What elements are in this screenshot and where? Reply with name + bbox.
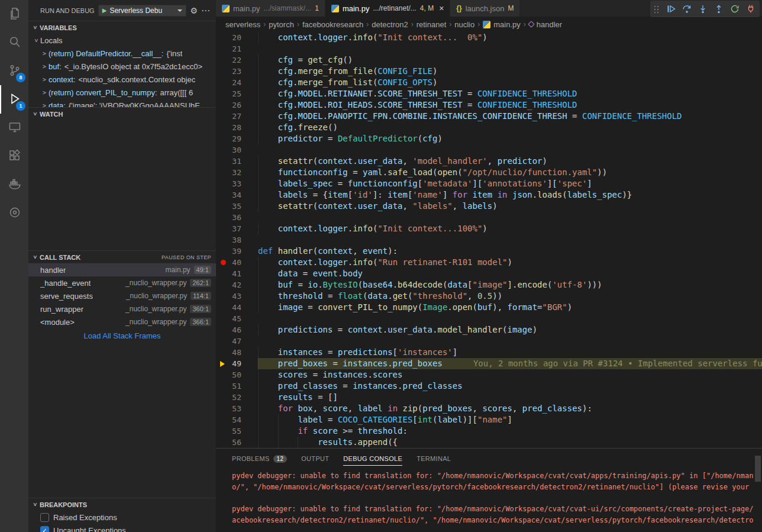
code-line[interactable]: 46 predictions = context.user_data.model… <box>216 324 762 336</box>
editor-gutter[interactable]: 46 <box>216 324 258 336</box>
editor-gutter[interactable]: 40 <box>216 257 258 268</box>
variable-row[interactable]: >context:<nuclio_sdk.context.Context obj… <box>28 73 216 86</box>
disconnect-button[interactable] <box>745 4 756 14</box>
code-line[interactable]: 28 cfg.freeze() <box>216 122 762 133</box>
editor-gutter[interactable]: 51 <box>216 381 258 392</box>
code-content[interactable]: setattr(context.user_data, 'model_handle… <box>258 156 762 167</box>
code-line[interactable]: 41 data = event.body <box>216 268 762 279</box>
code-line[interactable]: 29 predictor = DefaultPredictor(cfg) <box>216 133 762 144</box>
code-content[interactable]: scores = instances.scores <box>258 369 762 381</box>
breadcrumb-item[interactable]: facebookresearch <box>302 20 363 29</box>
variables-section-header[interactable]: > VARIABLES <box>28 21 216 34</box>
editor-gutter[interactable]: 26 <box>216 99 258 111</box>
code-line[interactable]: 25 cfg.MODEL.RETINANET.SCORE_THRESH_TEST… <box>216 88 762 99</box>
editor-gutter[interactable]: 35 <box>216 201 258 212</box>
code-line[interactable]: 23 cfg.merge_from_file(CONFIG_FILE) <box>216 66 762 77</box>
editor-gutter[interactable]: 42 <box>216 279 258 291</box>
code-content[interactable]: context.logger.info("Run retinanet-R101 … <box>258 257 762 268</box>
editor-gutter[interactable]: 48 <box>216 347 258 358</box>
editor-gutter[interactable]: 56 <box>216 437 258 448</box>
code-line[interactable]: 27 cfg.MODEL.PANOPTIC_FPN.COMBINE.INSTAN… <box>216 111 762 122</box>
code-content[interactable] <box>258 336 762 347</box>
code-line[interactable]: 52 results = [] <box>216 392 762 403</box>
breakpoint-option-row[interactable]: Raised Exceptions <box>28 511 216 524</box>
activity-item-docker[interactable] <box>0 170 28 199</box>
activity-item-source-control[interactable]: 8 <box>0 57 28 85</box>
editor-gutter[interactable]: 45 <box>216 313 258 324</box>
editor-gutter[interactable]: 31 <box>216 156 258 167</box>
breakpoints-section-header[interactable]: > BREAKPOINTS <box>28 498 216 511</box>
panel-tab-terminal[interactable]: TERMINAL <box>416 453 451 466</box>
checkbox[interactable] <box>40 513 49 522</box>
code-line[interactable]: 34 labels = {item['id']: item['name'] fo… <box>216 189 762 201</box>
code-content[interactable]: data = event.body <box>258 268 762 279</box>
editor-gutter[interactable]: 39 <box>216 246 258 257</box>
code-content[interactable]: cfg = get_cfg() <box>258 54 762 66</box>
code-line[interactable]: 21 <box>216 43 762 54</box>
breadcrumb-item[interactable]: detectron2 <box>372 20 408 29</box>
editor-gutter[interactable]: 24 <box>216 77 258 88</box>
editor-gutter[interactable]: 38 <box>216 234 258 246</box>
variable-row[interactable]: >(return) convert_PIL_to_numpy:array([[[… <box>28 86 216 99</box>
code-line[interactable]: 50 scores = instances.scores <box>216 369 762 381</box>
variable-row[interactable]: >buf:<_io.BytesIO object at 0x7f5a2dc1ec… <box>28 60 216 73</box>
code-line[interactable]: 48 instances = predictions['instances'] <box>216 347 762 358</box>
editor-gutter[interactable]: 29 <box>216 133 258 144</box>
code-content[interactable]: pred_boxes = instances.pred_boxesYou, 2 … <box>258 358 762 369</box>
panel-tab-problems[interactable]: PROBLEMS12 <box>232 453 287 466</box>
editor-gutter[interactable]: 28 <box>216 122 258 133</box>
editor-gutter[interactable]: 50 <box>216 369 258 381</box>
code-line[interactable]: 32 functionconfig = yaml.safe_load(open(… <box>216 167 762 178</box>
code-content[interactable]: labels_spec = functionconfig['metadata']… <box>258 178 762 189</box>
code-content[interactable]: for box, score, label in zip(pred_boxes,… <box>258 403 762 414</box>
editor-gutter[interactable]: 33 <box>216 178 258 189</box>
code-content[interactable]: predictor = DefaultPredictor(cfg) <box>258 133 762 144</box>
code-content[interactable]: pred_classes = instances.pred_classes <box>258 381 762 392</box>
editor-gutter[interactable]: 30 <box>216 144 258 156</box>
breakpoint-icon[interactable] <box>221 260 226 265</box>
code-line[interactable]: 44 image = convert_PIL_to_numpy(Image.op… <box>216 302 762 313</box>
code-content[interactable]: def handler(context, event): <box>258 246 762 257</box>
step-over-button[interactable] <box>682 4 692 14</box>
editor-gutter[interactable]: 22 <box>216 54 258 66</box>
code-line[interactable]: 20 context.logger.info("Init context... … <box>216 32 762 43</box>
code-content[interactable]: context.logger.info("Init context...100%… <box>258 223 762 234</box>
editor-gutter[interactable]: 25 <box>216 88 258 99</box>
code-line[interactable]: 53 for box, score, label in zip(pred_box… <box>216 403 762 414</box>
code-line[interactable]: 56 results.append({ <box>216 437 762 448</box>
activity-item-run-and-debug[interactable]: 1 <box>0 85 28 114</box>
code-content[interactable]: results.append({ <box>258 437 762 448</box>
breadcrumb-item[interactable]: handler <box>537 20 562 29</box>
activity-item-search[interactable] <box>0 28 28 57</box>
editor-gutter[interactable]: 55 <box>216 425 258 437</box>
code-content[interactable]: cfg.merge_from_list(CONFIG_OPTS) <box>258 77 762 88</box>
code-content[interactable]: image = convert_PIL_to_numpy(Image.open(… <box>258 302 762 313</box>
code-content[interactable]: buf = io.BytesIO(base64.b64decode(data["… <box>258 279 762 291</box>
code-line[interactable]: 42 buf = io.BytesIO(base64.b64decode(dat… <box>216 279 762 291</box>
editor-gutter[interactable]: 52 <box>216 392 258 403</box>
editor-tab[interactable]: main.py.../siammask/...1 <box>216 0 325 17</box>
code-line[interactable]: 51 pred_classes = instances.pred_classes <box>216 381 762 392</box>
code-content[interactable]: context.logger.info("Init context... 0%"… <box>258 32 762 43</box>
code-line[interactable]: 54 label = COCO_CATEGORIES[int(label)]["… <box>216 414 762 425</box>
start-debugging-icon[interactable]: ▶ <box>102 7 107 14</box>
step-out-button[interactable] <box>713 4 724 14</box>
editor-gutter[interactable]: 54 <box>216 414 258 425</box>
editor-gutter[interactable]: 41 <box>216 268 258 279</box>
code-content[interactable] <box>258 313 762 324</box>
code-content[interactable]: cfg.MODEL.PANOPTIC_FPN.COMBINE.INSTANCES… <box>258 111 762 122</box>
panel-tab-output[interactable]: OUTPUT <box>301 453 329 466</box>
code-content[interactable]: cfg.MODEL.ROI_HEADS.SCORE_THRESH_TEST = … <box>258 99 762 111</box>
code-line[interactable]: 45 <box>216 313 762 324</box>
activity-item-debug-tool[interactable] <box>0 199 28 227</box>
step-into-button[interactable] <box>698 4 708 14</box>
code-content[interactable] <box>258 212 762 223</box>
code-content[interactable]: functionconfig = yaml.safe_load(open("/o… <box>258 167 762 178</box>
code-content[interactable]: setattr(context.user_data, "labels", lab… <box>258 201 762 212</box>
editor-gutter[interactable]: 37 <box>216 223 258 234</box>
stack-frame-row[interactable]: handlermain.py49:1 <box>28 263 216 276</box>
code-line[interactable]: 30 <box>216 144 762 156</box>
code-content[interactable]: threshold = float(data.get("threshold", … <box>258 291 762 302</box>
editor-tab[interactable]: main.py.../retinanet/...4, M× <box>325 0 450 17</box>
code-line[interactable]: 33 labels_spec = functionconfig['metadat… <box>216 178 762 189</box>
